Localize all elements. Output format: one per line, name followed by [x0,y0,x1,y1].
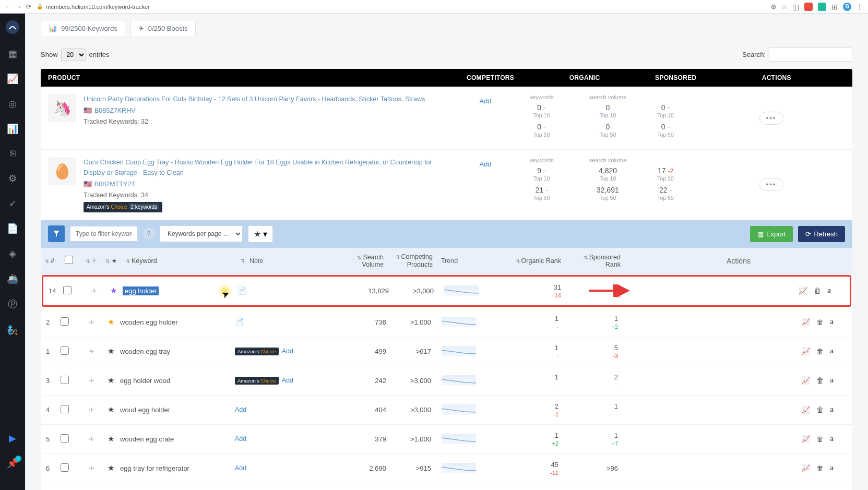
keyword-filter-input[interactable] [70,226,138,242]
add-note-link[interactable]: Add [235,435,246,443]
boost-icon[interactable]: ✈ [81,435,101,443]
sidebar-item-6[interactable]: ⚙ [8,173,17,184]
chart-icon[interactable]: 📈 [801,347,810,355]
keyword-text[interactable]: egg holder [123,287,237,295]
menu-icon[interactable]: ⋮ [857,3,863,10]
col-keyword[interactable]: ⇅Keyword [122,257,236,265]
ext-icon-3[interactable] [818,3,826,11]
row-checkbox[interactable] [63,286,72,294]
amazon-icon[interactable]: a [827,286,831,295]
chart-icon[interactable]: 📈 [801,464,810,472]
product-title[interactable]: Gui's Chicken Coop Egg Tray - Rustic Woo… [84,157,455,178]
star-toggle[interactable]: ★ [101,405,120,414]
star-toggle[interactable]: ★ [101,317,120,327]
amazon-icon[interactable]: a [830,347,834,355]
add-note-link[interactable]: Add [235,464,246,472]
ext-icon-1[interactable]: ◫ [792,3,799,11]
avatar[interactable]: B [843,3,851,11]
keyword-text[interactable]: egg tray for refrigerator [120,464,235,472]
delete-icon[interactable]: 🗑 [816,376,824,385]
row-checkbox[interactable] [61,317,69,326]
reload-icon[interactable]: ⟳ [26,3,31,10]
sidebar-item-9[interactable]: ◈ [9,248,16,259]
chart-icon[interactable]: 📈 [801,318,810,326]
keyword-text[interactable]: wood egg holder [120,406,235,414]
row-checkbox[interactable] [61,346,69,355]
row-checkbox[interactable] [61,434,69,443]
col-trend[interactable]: Trend [437,257,510,265]
search-input[interactable] [769,47,852,62]
help-icon[interactable]: ? [143,228,154,240]
boost-icon[interactable]: ✈ [81,464,101,472]
amazon-icon[interactable]: a [830,376,834,385]
add-note-link[interactable]: Add [282,348,293,355]
delete-icon[interactable]: 🗑 [816,435,824,443]
delete-icon[interactable]: 🗑 [816,464,824,472]
ph-organic[interactable]: ORGANIC [518,69,651,87]
col-note[interactable]: ⇅Note [236,257,330,265]
chart-icon[interactable]: 📈 [801,435,810,443]
star-toggle[interactable]: ★ [101,434,120,444]
amazon-icon[interactable]: a [830,405,834,414]
add-competitor-link[interactable]: Add [479,97,491,105]
col-sponsored[interactable]: ⇅Sponsored Rank [565,254,625,268]
add-competitor-link[interactable]: Add [479,160,491,168]
sidebar-item-7[interactable]: ✓ [9,198,17,209]
sidebar-item-8[interactable]: 📄 [7,223,18,234]
sidebar-play[interactable]: ▶ [9,433,16,444]
keywords-per-page-select[interactable]: Keywords per page ... [160,225,243,242]
add-note-link[interactable]: Add [282,377,293,384]
col-checkbox[interactable] [61,256,81,266]
row-checkbox[interactable] [61,463,69,472]
note-icon[interactable]: 📄 [237,286,246,295]
row-checkbox[interactable] [61,405,69,413]
star-filter-dropdown[interactable]: ★▾ [248,225,273,243]
chart-icon[interactable]: 📈 [801,376,810,385]
row-checkbox[interactable] [61,376,69,384]
amazon-icon[interactable]: a [830,435,834,443]
col-star[interactable]: ⇅★ [101,257,122,265]
note-icon[interactable]: 📄 [235,318,244,326]
boost-icon[interactable]: ✈ [81,377,101,385]
entries-select[interactable]: 20 [61,49,86,61]
ph-product[interactable]: PRODUCT [41,69,462,87]
boost-icon[interactable]: ✈ [81,406,101,414]
product-asin[interactable]: 🇺🇸B082MTTY2T [84,179,455,190]
ext-icon-2[interactable] [804,3,813,11]
product-title[interactable]: Unicorn Party Decorations For Girls Birt… [84,94,425,104]
col-volume[interactable]: ⇅Search Volume [330,254,388,268]
delete-icon[interactable]: 🗑 [816,318,824,326]
ext-icon-4[interactable]: ⊞ [831,3,838,11]
col-boost[interactable]: ⇅✈ [81,257,101,265]
sidebar-item-11[interactable]: Ⓟ [8,298,17,310]
boost-icon[interactable]: ✈ [81,348,101,355]
sidebar-item-5[interactable]: ⎘ [10,148,16,159]
delete-icon[interactable]: 🗑 [814,286,821,295]
refresh-button[interactable]: ⟳Refresh [798,226,845,242]
sidebar-item-1[interactable]: ▦ [8,48,17,59]
star-icon[interactable]: ☆ [781,3,787,10]
boost-icon[interactable]: ✈ [84,287,104,295]
keyword-text[interactable]: egg holder wood [120,377,235,385]
chart-icon[interactable]: 📈 [799,286,807,295]
sidebar-item-radar[interactable]: ◎ [8,98,17,110]
product-asin[interactable]: 🇺🇸B085Z7KRHV [84,105,425,116]
chart-icon[interactable]: 📈 [801,405,810,414]
sidebar-item-tracker[interactable]: 📊 [7,123,18,135]
filter-button[interactable] [48,225,65,242]
url-bar[interactable]: 🔒 members.helium10.com/keyword-tracker [37,4,766,10]
sidebar-item-10[interactable]: 🚢 [7,273,18,284]
col-organic[interactable]: ⇅Organic Rank [510,257,565,265]
boost-icon[interactable]: ✈ [81,318,101,326]
logo[interactable] [5,20,20,34]
zoom-icon[interactable]: ⊕ [771,3,776,10]
ph-actions[interactable]: ACTIONS [700,69,852,87]
more-button[interactable]: ••• [759,178,783,191]
sidebar-item-trends[interactable]: 📈 [7,73,18,85]
amazon-icon[interactable]: a [830,318,834,326]
delete-icon[interactable]: 🗑 [816,405,824,414]
star-toggle[interactable]: ★ [101,376,120,385]
star-toggle[interactable]: ★ [104,286,123,295]
delete-icon[interactable]: 🗑 [816,347,824,355]
add-note-link[interactable]: Add [235,406,246,413]
